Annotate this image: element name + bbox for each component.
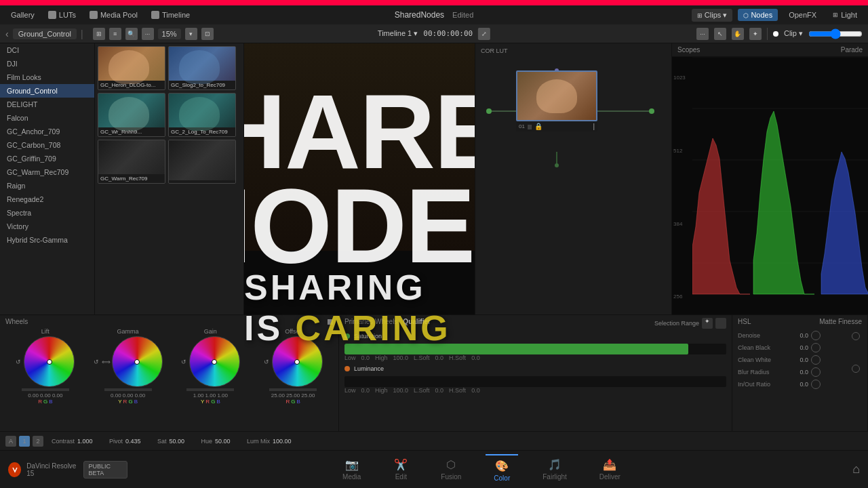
expand-icon[interactable]: ⤢ bbox=[478, 28, 490, 40]
sidebar-item-gc-carbon[interactable]: GC_Carbon_708 bbox=[0, 138, 94, 152]
a-button[interactable]: A bbox=[5, 436, 16, 447]
sidebar-item-delight[interactable]: DELIGHT bbox=[0, 98, 94, 111]
lut-thumb-heron[interactable]: GC_Heron_DLOG-to... bbox=[98, 46, 165, 90]
offset-wheel[interactable] bbox=[272, 336, 323, 387]
timeline-menu-item[interactable]: Timeline bbox=[146, 9, 195, 21]
saturation-bar-container[interactable] bbox=[344, 344, 726, 354]
clip-selector[interactable]: Clip ▾ bbox=[784, 29, 803, 38]
search-icon[interactable]: 🔍 bbox=[125, 28, 138, 40]
qual-picker[interactable]: ✦ bbox=[702, 318, 713, 329]
offset-bar[interactable] bbox=[269, 388, 317, 391]
offset-dot[interactable] bbox=[294, 359, 300, 365]
saturation-reset-btn[interactable] bbox=[852, 332, 860, 340]
sidebar-item-spectra[interactable]: Spectra bbox=[0, 206, 94, 220]
hand-icon[interactable]: ✋ bbox=[732, 28, 744, 40]
sat-val[interactable]: 50.00 bbox=[170, 438, 193, 445]
list-view-icon[interactable]: ≡ bbox=[109, 28, 121, 40]
lift-bar[interactable] bbox=[22, 388, 69, 391]
lut-thumb-2log[interactable]: GC_2_Log_To_Rec709 bbox=[168, 93, 236, 137]
lut-thumb-dark2[interactable] bbox=[168, 140, 236, 184]
light-menu-item[interactable]: ⊞ Light bbox=[827, 9, 863, 21]
gain-wheel[interactable] bbox=[189, 336, 240, 387]
offset-reset[interactable]: ↺ bbox=[264, 359, 271, 365]
nav-tab-color[interactable]: 🎨 Color bbox=[486, 454, 518, 485]
sidebar-item-victory[interactable]: Victory bbox=[0, 220, 94, 233]
gain-reset[interactable]: ↺ bbox=[181, 359, 188, 365]
sidebar-item-film-looks[interactable]: Film Looks bbox=[0, 70, 94, 84]
public-beta-badge[interactable]: PUBLIC BETA bbox=[83, 461, 127, 479]
cor-lut-node-thumb[interactable] bbox=[516, 70, 597, 121]
contrast-val[interactable]: 1.000 bbox=[77, 438, 101, 445]
sidebar-item-dji[interactable]: DJI bbox=[0, 57, 94, 70]
more-options-icon[interactable]: ··· bbox=[142, 28, 154, 40]
clean-black-reset[interactable] bbox=[811, 343, 821, 352]
page-2-button[interactable]: 2 bbox=[33, 436, 43, 447]
sidebar-item-falcon[interactable]: Falcon bbox=[0, 111, 94, 125]
luminance-bar-container[interactable] bbox=[344, 376, 726, 387]
gallery-menu-item[interactable]: Gallery bbox=[5, 9, 40, 21]
denoise-reset[interactable] bbox=[811, 331, 821, 340]
clips-button[interactable]: ⊞ Clips ▾ bbox=[692, 9, 733, 22]
sat-hsoft-val: 0.0 bbox=[471, 354, 480, 361]
nav-tab-deliver[interactable]: 📤 Deliver bbox=[591, 454, 629, 485]
fit-icon[interactable]: ⊡ bbox=[201, 28, 214, 40]
media-pool-menu-item[interactable]: Media Pool bbox=[84, 9, 143, 21]
wheels-header: Wheels bbox=[5, 318, 333, 325]
lift-reset[interactable]: ↺ bbox=[16, 359, 22, 365]
timecode-display[interactable]: 00:00:00:00 bbox=[423, 29, 473, 38]
zoom-level[interactable]: 15% bbox=[158, 28, 181, 39]
clip-slider[interactable] bbox=[808, 28, 863, 39]
app-name: DaVinci Resolve 15 bbox=[26, 462, 78, 477]
luminance-reset-btn[interactable] bbox=[852, 365, 860, 373]
nav-tab-fairlight[interactable]: 🎵 Fairlight bbox=[534, 454, 575, 485]
gamma-wheel[interactable] bbox=[112, 336, 163, 387]
nav-tab-edit[interactable]: ✂️ Edit bbox=[385, 454, 416, 485]
gamma-extra[interactable]: ⟺ bbox=[102, 359, 111, 365]
lum-mix-val[interactable]: 100.00 bbox=[273, 438, 296, 445]
gain-dot[interactable] bbox=[212, 359, 217, 365]
home-icon[interactable]: ⌂ bbox=[852, 462, 860, 476]
sat-low-val: 0.0 bbox=[361, 354, 370, 361]
blur-radius-reset[interactable] bbox=[811, 367, 821, 377]
qualifier-header: Primaries Wheels Qualifier Selection Ran… bbox=[344, 318, 726, 329]
nav-back-arrow[interactable]: ‹ bbox=[5, 28, 9, 39]
luts-menu-item[interactable]: LUTs bbox=[43, 9, 81, 21]
cursor-icon[interactable]: ↖ bbox=[714, 28, 726, 40]
hue-val[interactable]: 50.00 bbox=[215, 438, 239, 445]
gamma-bar[interactable] bbox=[104, 388, 152, 391]
clean-white-reset[interactable] bbox=[811, 355, 821, 365]
gamma-dot[interactable] bbox=[134, 359, 140, 365]
sidebar-item-gc-anchor[interactable]: GC_Anchor_709 bbox=[0, 125, 94, 138]
qual-reset[interactable] bbox=[715, 318, 726, 329]
inout-ratio-reset[interactable] bbox=[811, 380, 821, 389]
gamma-reset[interactable]: ↺ bbox=[94, 359, 100, 365]
playback-icon[interactable]: ··· bbox=[696, 28, 709, 40]
sidebar-item-gc-griffin[interactable]: GC_Griffin_709 bbox=[0, 152, 94, 165]
timeline-selector[interactable]: Timeline 1 ▾ bbox=[378, 29, 418, 38]
lift-wheel[interactable] bbox=[24, 336, 75, 387]
lut-thumb-dark1[interactable]: GC_Warm_Rec709 bbox=[98, 140, 165, 184]
lock-icon[interactable]: 🔒 bbox=[534, 123, 542, 130]
gain-bar[interactable] bbox=[186, 388, 234, 391]
zoom-chevron[interactable]: ▾ bbox=[185, 28, 197, 40]
openfx-menu-item[interactable]: OpenFX bbox=[783, 9, 822, 21]
nodes-button[interactable]: ⬡ Nodes bbox=[738, 9, 778, 21]
pivot-val[interactable]: 0.435 bbox=[125, 438, 149, 445]
sidebar-item-raign[interactable]: Raign bbox=[0, 179, 94, 192]
nav-tab-fusion[interactable]: ⬡ Fusion bbox=[433, 454, 469, 485]
sidebar-item-dci[interactable]: DCI bbox=[0, 43, 94, 57]
lut-thumb-slog2[interactable]: GC_Slog2_to_Rec709 bbox=[168, 46, 236, 90]
gain-wheel-container: Gain ↺ 1.00 1.00 1.00 Y R G B bbox=[176, 328, 244, 405]
luts-label: LUTs bbox=[59, 11, 76, 19]
sidebar-item-gc-warm[interactable]: GC_Warm_Rec709 bbox=[0, 165, 94, 179]
sidebar-item-hybrid[interactable]: Hybrid Src-Gamma bbox=[0, 233, 94, 247]
project-name-label[interactable]: Ground_Control bbox=[13, 28, 77, 39]
lift-dot[interactable] bbox=[47, 359, 52, 365]
blade-icon[interactable]: ✦ bbox=[749, 28, 762, 40]
sidebar-item-ground-control[interactable]: Ground_Control bbox=[0, 84, 94, 98]
sidebar-item-renegade2[interactable]: Renegade2 bbox=[0, 192, 94, 206]
grid-view-icon[interactable]: ⊞ bbox=[93, 28, 105, 40]
lut-thumb-warm-rec[interactable]: GC_Wr_Rnhh9... bbox=[98, 93, 165, 137]
nav-tab-media[interactable]: 📷 Media bbox=[334, 454, 369, 485]
page-1-button[interactable]: 1 bbox=[19, 436, 30, 447]
